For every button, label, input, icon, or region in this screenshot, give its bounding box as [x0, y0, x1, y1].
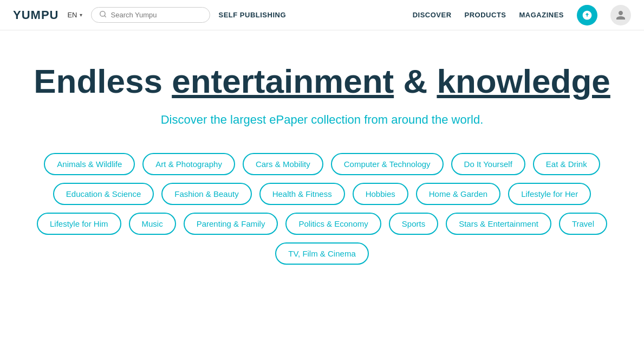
- category-tag[interactable]: Sports: [389, 213, 438, 235]
- hero-section: Endless entertainment & knowledge Discov…: [0, 30, 644, 286]
- category-tag[interactable]: Fashion & Beauty: [161, 183, 251, 205]
- hero-subtitle: Discover the largest ePaper collection f…: [161, 113, 484, 127]
- search-icon: [99, 10, 107, 20]
- category-tag[interactable]: Lifestyle for Him: [37, 213, 121, 235]
- category-tag[interactable]: Music: [129, 213, 176, 235]
- category-tag[interactable]: Art & Photography: [142, 153, 235, 175]
- language-selector[interactable]: EN ▾: [67, 11, 82, 19]
- category-tag[interactable]: Education & Science: [53, 183, 154, 205]
- upload-button[interactable]: [577, 5, 597, 25]
- category-tag[interactable]: Eat & Drink: [533, 153, 600, 175]
- category-tag[interactable]: TV, Film & Cinema: [275, 242, 368, 265]
- categories-container: Animals & WildlifeArt & PhotographyCars …: [24, 153, 620, 265]
- user-account-button[interactable]: [610, 5, 631, 25]
- category-tag[interactable]: Animals & Wildlife: [44, 153, 135, 175]
- category-tag[interactable]: Politics & Economy: [285, 213, 381, 235]
- logo[interactable]: YUMPU: [13, 8, 58, 22]
- search-input[interactable]: [111, 11, 202, 19]
- lang-label: EN: [67, 11, 77, 19]
- category-tag[interactable]: Hobbies: [353, 183, 408, 205]
- hero-title-part2: &: [394, 62, 437, 100]
- hero-title-entertainment[interactable]: entertainment: [172, 62, 394, 100]
- category-tag[interactable]: Do It Yourself: [451, 153, 525, 175]
- category-tag[interactable]: Cars & Mobility: [243, 153, 323, 175]
- magazines-link[interactable]: MAGAZINES: [519, 11, 564, 19]
- nav-right: DISCOVER PRODUCTS MAGAZINES: [413, 5, 631, 25]
- category-tag[interactable]: Stars & Entertainment: [446, 213, 551, 235]
- hero-title: Endless entertainment & knowledge: [34, 63, 610, 100]
- category-tag[interactable]: Travel: [559, 213, 607, 235]
- category-tag[interactable]: Health & Fitness: [259, 183, 345, 205]
- discover-link[interactable]: DISCOVER: [413, 11, 452, 19]
- navbar: YUMPU EN ▾ SELF PUBLISHING DISCOVER PROD…: [0, 0, 644, 30]
- category-tag[interactable]: Computer & Technology: [331, 153, 444, 175]
- search-bar: [91, 7, 210, 23]
- hero-title-part1: Endless: [34, 62, 172, 100]
- lang-chevron-icon: ▾: [80, 12, 82, 18]
- category-tag[interactable]: Home & Garden: [416, 183, 500, 205]
- hero-title-knowledge[interactable]: knowledge: [437, 62, 610, 100]
- svg-line-1: [104, 16, 106, 17]
- category-tag[interactable]: Lifestyle for Her: [508, 183, 591, 205]
- products-link[interactable]: PRODUCTS: [465, 11, 506, 19]
- category-tag[interactable]: Parenting & Family: [184, 213, 278, 235]
- self-publishing-link[interactable]: SELF PUBLISHING: [219, 11, 287, 19]
